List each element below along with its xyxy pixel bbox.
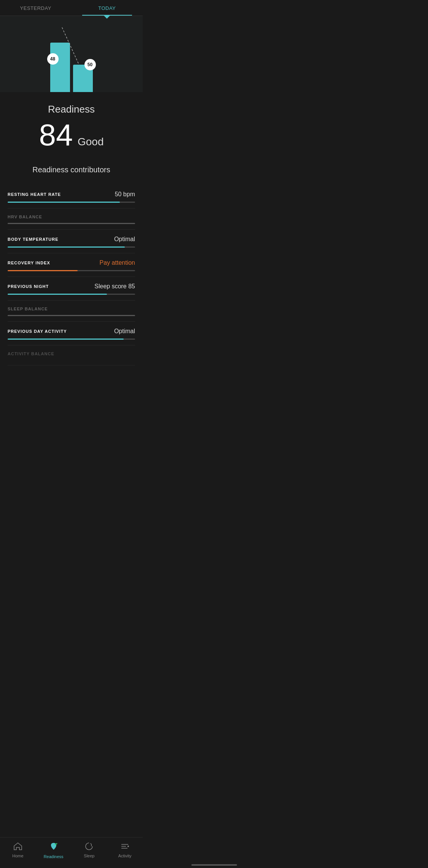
contributor-body-temperature[interactable]: BODY TEMPERATURE Optimal	[8, 230, 135, 253]
contributor-value-2: Optimal	[114, 236, 135, 243]
progress-fill-2	[8, 246, 125, 248]
contributor-sleep-balance[interactable]: SLEEP BALANCE	[8, 300, 135, 322]
progress-fill-4	[8, 294, 107, 295]
contributor-previous-day-activity[interactable]: PREVIOUS DAY ACTIVITY Optimal	[8, 322, 135, 345]
contributors-title: Readiness contributors	[8, 165, 135, 174]
contributor-activity-balance[interactable]: ACTIVITY BALANCE	[8, 345, 135, 366]
contributor-name-4: PREVIOUS NIGHT	[8, 284, 49, 289]
top-nav: YESTERDAY TODAY	[0, 0, 143, 16]
contributors-list: RESTING HEART RATE 50 bpm HRV BALANCE	[8, 185, 135, 366]
progress-bg-2	[8, 246, 135, 248]
score-number: 84	[39, 118, 73, 152]
bar-2-label: 50	[84, 59, 96, 70]
tab-today-arrow	[104, 16, 110, 19]
contributor-resting-heart-rate[interactable]: RESTING HEART RATE 50 bpm	[8, 185, 135, 208]
contributor-name-2: BODY TEMPERATURE	[8, 237, 59, 242]
readiness-title: Readiness	[8, 103, 135, 115]
progress-fill-6	[8, 339, 124, 340]
progress-bg-1	[8, 223, 135, 224]
progress-bg-5	[8, 315, 135, 316]
bar-1-fill	[50, 43, 70, 92]
tab-yesterday-label: YESTERDAY	[20, 5, 51, 11]
progress-fill-3	[8, 270, 78, 271]
progress-fill-5	[8, 315, 135, 316]
progress-bg-3	[8, 270, 135, 271]
progress-fill-1	[8, 223, 135, 224]
contributor-recovery-index[interactable]: RECOVERY INDEX Pay attention	[8, 253, 135, 277]
contributor-name-7: ACTIVITY BALANCE	[8, 351, 54, 356]
contributor-value-4: Sleep score 85	[94, 283, 135, 290]
progress-bg-6	[8, 339, 135, 340]
tab-today[interactable]: TODAY	[72, 0, 143, 16]
progress-fill-0	[8, 202, 120, 203]
contributor-name-6: PREVIOUS DAY ACTIVITY	[8, 329, 67, 334]
score-label: Good	[78, 136, 104, 148]
progress-bg-0	[8, 202, 135, 203]
tab-today-label: TODAY	[98, 5, 116, 11]
contributor-value-6: Optimal	[114, 328, 135, 335]
readiness-score: 84 Good	[8, 120, 135, 150]
progress-bg-4	[8, 294, 135, 295]
contributor-hrv-balance[interactable]: HRV BALANCE	[8, 208, 135, 230]
bar-2: 50	[73, 65, 93, 92]
contributor-value-0: 50 bpm	[115, 191, 135, 198]
chart-area: 48 50	[0, 16, 143, 92]
bar-1: 48	[50, 43, 70, 92]
contributor-name-5: SLEEP BALANCE	[8, 307, 48, 311]
contributor-previous-night[interactable]: PREVIOUS NIGHT Sleep score 85	[8, 277, 135, 300]
chart-bars: 48 50	[50, 20, 93, 92]
contributor-value-3: Pay attention	[100, 259, 135, 266]
tab-yesterday[interactable]: YESTERDAY	[0, 0, 72, 16]
main-content: Readiness 84 Good Readiness contributors…	[0, 92, 143, 407]
bar-1-label: 48	[47, 53, 59, 65]
contributor-name-1: HRV BALANCE	[8, 215, 42, 219]
contributor-name-3: RECOVERY INDEX	[8, 261, 50, 265]
contributor-name-0: RESTING HEART RATE	[8, 192, 61, 197]
